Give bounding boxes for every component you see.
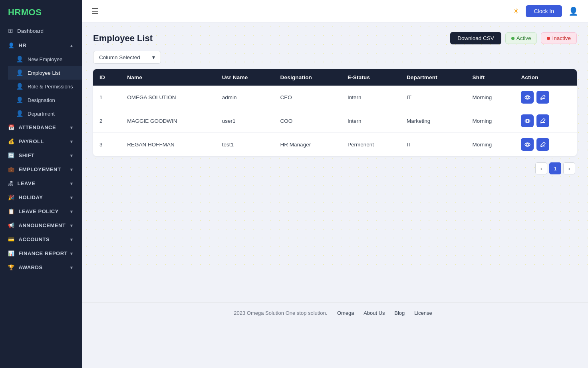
chevron-down-icon-holiday: ▼ [70,195,74,200]
view-button[interactable] [521,114,534,127]
sidebar-section-leave-policy[interactable]: 📋LEAVE POLICY ▼ [0,204,82,218]
sidebar-item-role-permissions[interactable]: 👤 Role & Permissions [8,80,82,93]
sidebar-section-accounts[interactable]: 💳ACCOUNTS ▼ [0,232,82,246]
pagination-next[interactable]: › [563,162,575,174]
sidebar-item-employee-list[interactable]: 👤 Employee List [8,66,82,80]
sidebar-item-dashboard[interactable]: ⊞ Dashboard [0,23,82,38]
cell-designation: COO [274,109,341,133]
user-profile-icon[interactable]: 👤 [568,6,578,16]
sidebar-section-attendance[interactable]: 📅ATTENDANCE ▼ [0,120,82,134]
sidebar-label-leave-policy: LEAVE POLICY [19,208,59,214]
content-inner: Employee List Download CSV Active Inacti… [93,32,577,178]
sidebar-section-holiday[interactable]: 🎉HOLIDAY ▼ [0,190,82,204]
edit-button[interactable] [536,91,549,104]
cell-department: IT [400,86,466,109]
cell-action [514,86,577,109]
pagination-page-1[interactable]: 1 [549,162,561,174]
main-panel: ☰ ☀ Clock In 👤 Employee List Download CS… [82,0,588,368]
sidebar-section-hr[interactable]: 👤 HR ▲ [0,38,82,52]
header-left: ☰ [91,6,99,16]
cell-name: MAGGIE GOODWIN [121,109,215,133]
top-header: ☰ ☀ Clock In 👤 [82,0,588,22]
payroll-icon: 💰 [8,138,15,144]
sidebar-section-awards[interactable]: 🏆AWARDS ▼ [0,260,82,274]
calendar-icon: 📅 [8,124,15,130]
sidebar-section-employment[interactable]: 💼EMPLOYEMENT ▼ [0,162,82,176]
sidebar-section-shift[interactable]: 🔄SHIFT ▼ [0,148,82,162]
action-buttons [521,138,570,151]
content: Employee List Download CSV Active Inacti… [82,22,588,178]
chevron-down-icon-accounts: ▼ [70,237,74,242]
footer-link-about[interactable]: About Us [364,310,385,316]
sidebar-section-leave[interactable]: 🏖LEAVE ▼ [0,176,82,190]
clock-in-button[interactable]: Clock In [526,5,562,17]
content-area: Employee List Download CSV Active Inacti… [82,22,588,270]
chevron-down-icon-employment: ▼ [70,167,74,172]
hr-submenu: 👤 New Employee 👤 Employee List 👤 Role & … [0,52,82,120]
sidebar-item-new-employee[interactable]: 👤 New Employee [8,52,82,66]
inactive-status-badge[interactable]: Inactive [541,32,577,44]
sidebar-label-role-permissions: Role & Permissions [28,84,73,90]
sidebar-section-finance-report[interactable]: 📊FINANCE REPORT ▼ [0,246,82,260]
sidebar-label-employment: EMPLOYEMENT [19,166,61,172]
sidebar-label-designation: Designation [28,97,55,103]
announcement-icon: 📢 [8,222,15,228]
sidebar-section-payroll[interactable]: 💰PAYROLL ▼ [0,134,82,148]
footer-link-license[interactable]: License [414,310,432,316]
cell-action [514,133,577,156]
table-header-row: ID Name Usr Name Designation E-Status De… [93,69,577,86]
chevron-down-icon-leave-policy: ▼ [70,209,74,214]
cell-username: user1 [216,109,274,133]
cell-shift: Morning [466,86,514,109]
view-button[interactable] [521,138,534,151]
cell-estatus: Intern [341,86,400,109]
chevron-down-icon-awards: ▼ [70,265,74,270]
active-dot [511,37,514,40]
chevron-up-icon: ▲ [70,43,74,48]
leave-policy-icon: 📋 [8,208,15,214]
cell-estatus: Intern [341,109,400,133]
sidebar-item-department[interactable]: 👤 Department [8,107,82,120]
sidebar-nav: ⊞ Dashboard 👤 HR ▲ 👤 New Employee 👤 Empl… [0,23,82,368]
person-icon-role: 👤 [16,83,24,90]
cell-id: 3 [93,133,121,156]
edit-button[interactable] [536,114,549,127]
employee-table-wrapper: ID Name Usr Name Designation E-Status De… [93,69,577,156]
hamburger-icon[interactable]: ☰ [91,6,99,16]
col-header-shift: Shift [466,69,514,86]
cell-designation: HR Manager [274,133,341,156]
sidebar-label-finance-report: FINANCE REPORT [19,250,68,256]
shift-icon: 🔄 [8,152,15,158]
download-csv-button[interactable]: Download CSV [450,32,501,44]
active-label: Active [516,35,531,41]
inactive-label: Inactive [552,35,571,41]
col-header-username: Usr Name [216,69,274,86]
column-select-dropdown[interactable]: Column Selected ▾ [93,51,161,64]
column-select-label: Column Selected [99,54,140,60]
action-buttons [521,91,570,104]
col-header-action: Action [514,69,577,86]
sidebar-label-department: Department [28,111,55,117]
sidebar-item-designation[interactable]: 👤 Designation [8,93,82,107]
sidebar-label-announcement: ANNOUNCEMENT [19,222,66,228]
edit-button[interactable] [536,138,549,151]
footer: 2023 Omega Solution One stop solution. O… [82,302,588,320]
pagination-prev[interactable]: ‹ [535,162,547,174]
footer-link-blog[interactable]: Blog [394,310,405,316]
theme-toggle-icon[interactable]: ☀ [513,7,519,16]
sidebar-label-awards: AWARDS [19,264,43,270]
footer-link-omega[interactable]: Omega [337,310,354,316]
sidebar-section-announcement[interactable]: 📢ANNOUNCEMENT ▼ [0,218,82,232]
table-row: 1 OMEGA SOLUTION admin CEO Intern IT Mor… [93,86,577,109]
col-header-department: Department [400,69,466,86]
view-button[interactable] [521,91,534,104]
chevron-down-icon-attendance: ▼ [70,125,74,130]
sidebar-label-shift: SHIFT [19,152,35,158]
cell-name: OMEGA SOLUTION [121,86,215,109]
person-icon-hr: 👤 [8,42,15,48]
sidebar: HRMOS ⊞ Dashboard 👤 HR ▲ 👤 New Employee … [0,0,82,368]
active-status-badge[interactable]: Active [505,32,537,44]
svg-point-4 [526,143,528,146]
chevron-down-icon-leave: ▼ [70,181,74,186]
sidebar-label-employee-list: Employee List [28,70,60,76]
